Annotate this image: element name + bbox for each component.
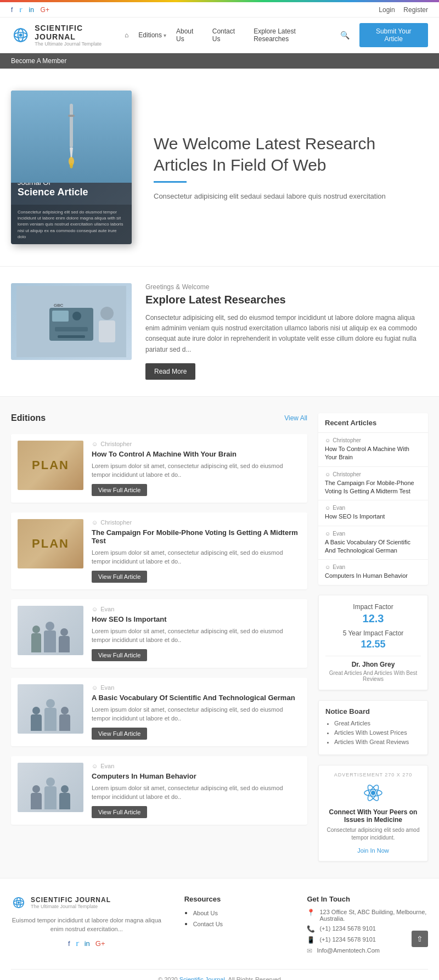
notice-board: Notice Board Great Articles Articles Wit… [318,700,428,755]
notice-item: Articles With Great Reviews [334,739,421,745]
twitter-icon[interactable]: 𝕣 [19,6,22,14]
member-bar-text: Become A Member [11,57,66,65]
login-link[interactable]: Login [379,6,395,14]
article-card: ☺ Evan A Basic Vocabulary Of Scientific … [11,678,307,746]
svg-rect-11 [52,311,69,322]
scroll-to-top-button[interactable]: ⇧ [412,931,428,947]
person-3 [59,707,70,731]
person-1 [31,707,42,731]
facebook-icon[interactable]: f [11,6,13,14]
footer-googleplus-icon[interactable]: G+ [95,939,105,948]
recent-item: ☺ Evan How SEO Is Important [318,500,428,526]
nav-editions-link[interactable]: Editions [138,31,162,39]
footer-linkedin-icon[interactable]: in [85,939,90,948]
footer-bottom: © 2020 Scientific Journal, All Rights Re… [11,969,428,980]
view-all-link[interactable]: View All [284,414,307,422]
svg-point-18 [371,791,375,795]
email-text: Info@Amentotech.Com [317,947,380,954]
impact-person-desc: Great Articles And Articles With Best Re… [325,670,421,682]
nav-about[interactable]: About Us [176,27,202,43]
user-icon: ☺ [325,564,330,570]
person-body [59,636,70,652]
article-thumb-2: PLAN [18,519,83,568]
footer-resources: Resources About Us Contact Us [184,895,285,958]
person-head [61,785,69,793]
recent-title: Computers In Human Behavior [325,572,421,580]
footer-facebook-icon[interactable]: f [68,939,70,948]
science-article-text: Science Article [18,187,125,198]
main-content: Editions View All PLAN ☺ Christopher How… [0,397,439,878]
svg-point-8 [70,163,73,168]
person-2 [44,622,56,652]
article-info-5: ☺ Evan Computers In Human Behavior Lorem… [92,763,301,818]
atom-icon [362,782,384,804]
recent-title: How To Control A Machine With Your Brain [325,445,421,462]
impact-factor-value: 12.3 [325,612,421,625]
people-silhouette [31,778,70,812]
svg-rect-4 [70,104,73,148]
user-icon: ☺ [92,684,98,691]
register-link[interactable]: Register [403,6,428,14]
notice-item: Articles With Lowest Prices [334,729,421,736]
resources-link-2[interactable]: Contact Us [193,921,223,927]
address-text: 123 Office St, ABC Building, Melbourne, … [319,909,428,922]
person-head [46,699,55,708]
user-icon: ☺ [325,531,330,537]
person-body [31,633,41,652]
recent-title: The Campaign For Mobile-Phone Voting Is … [325,479,421,496]
hero-book: Journal Of Science Article Consectetur a… [11,91,132,244]
sidebar: Recent Articles ☺ Christopher How To Con… [318,413,428,861]
location-icon: 📍 [307,909,315,916]
nav-explore[interactable]: Explore Latest Researches [254,27,330,43]
person-body [59,714,70,731]
resources-title: Resources [184,895,285,903]
article-author-4: ☺ Evan [92,684,301,691]
footer-logo-icon [11,895,26,910]
article-excerpt-3: Lorem ipsum dolor sit amet, consectetur … [92,627,301,645]
author-name: Christopher [100,441,132,447]
view-article-button-4[interactable]: View Full Article [92,728,147,740]
googleplus-icon[interactable]: G+ [41,6,49,14]
footer-brand-name: SCIENTIFIC JOURNAL [31,896,111,904]
person-2 [44,699,57,731]
svg-text:GBC: GBC [54,303,64,308]
search-icon[interactable]: 🔍 [340,31,350,40]
email-icon: ✉ [307,947,312,955]
person-body [44,630,56,652]
submit-article-button[interactable]: Submit Your Article [359,23,428,47]
article-info-1: ☺ Christopher How To Control A Machine W… [92,441,301,496]
svg-rect-5 [68,115,75,117]
impact-person-name: Dr. Jhon Grey [325,661,421,668]
ad-link[interactable]: Join In Now [357,847,389,854]
footer-twitter-icon[interactable]: 𝕣 [76,939,79,948]
nav-home[interactable]: ⌂ [125,31,128,39]
recent-item: ☺ Christopher How To Control A Machine W… [318,433,428,467]
footer-contact: Get In Touch 📍 123 Office St, ABC Buildi… [307,895,428,958]
recent-articles-section: Recent Articles ☺ Christopher How To Con… [318,413,428,585]
people-thumb-3 [18,606,83,655]
view-article-button-1[interactable]: View Full Article [92,484,147,496]
view-article-button-2[interactable]: View Full Article [92,571,147,583]
person-body [44,708,57,731]
nav-editions[interactable]: Editions ▾ [138,31,166,39]
social-icons: f 𝕣 in G+ [11,5,54,14]
nav-contact[interactable]: Contact Us [212,27,244,43]
logo: SCIENTIFIC JOURNAL The Ultimate Journal … [11,24,125,47]
read-more-button[interactable]: Read More [145,363,195,380]
view-article-button-3[interactable]: View Full Article [92,649,147,661]
linkedin-icon[interactable]: in [29,6,34,14]
article-author-2: ☺ Christopher [92,519,301,526]
resources-link-1[interactable]: About Us [193,910,218,916]
person-2 [44,778,57,809]
header: SCIENTIFIC JOURNAL The Ultimate Journal … [0,18,439,53]
editions-title: Editions [11,413,46,423]
person-body [44,786,57,809]
footer-brand-link[interactable]: Scientific Journal [179,976,225,980]
member-bar[interactable]: Become A Member [0,53,439,69]
people-thumb-5 [18,763,83,812]
article-author-3: ☺ Evan [92,606,301,612]
person-head [60,628,68,636]
view-article-button-5[interactable]: View Full Article [92,806,147,818]
recent-title: How SEO Is Important [325,512,421,521]
article-info-2: ☺ Christopher The Campaign For Mobile-Ph… [92,519,301,583]
